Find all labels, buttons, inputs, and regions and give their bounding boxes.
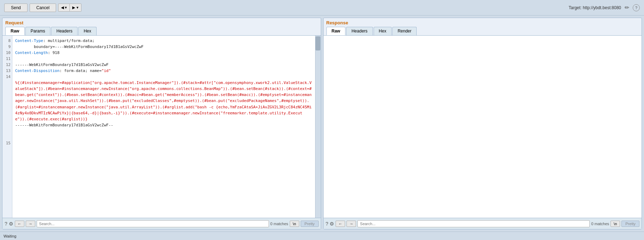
- next-button[interactable]: ▶ ▾: [70, 4, 81, 12]
- edit-icon[interactable]: ✏: [624, 4, 630, 12]
- response-help-icon[interactable]: ?: [326, 221, 329, 227]
- request-matches: 0 matches: [270, 222, 288, 226]
- request-gear-icon[interactable]: ⚙: [9, 221, 13, 227]
- tab-headers-response[interactable]: Headers: [346, 27, 373, 35]
- prev-button[interactable]: ◀ ▾: [58, 4, 70, 12]
- nav-group: ◀ ▾ ▶ ▾: [58, 4, 81, 12]
- send-button[interactable]: Send: [4, 4, 27, 12]
- request-line-numbers: 89101112131415: [2, 36, 12, 218]
- response-search-prev[interactable]: ←: [336, 221, 345, 227]
- request-content-area: 89101112131415 Content-Type: multipart/f…: [2, 36, 321, 218]
- response-content-area: [324, 36, 642, 218]
- response-search-next[interactable]: →: [346, 221, 356, 227]
- request-scrollbar[interactable]: [315, 36, 321, 218]
- request-code[interactable]: Content-Type: multipart/form-data; bound…: [12, 36, 315, 218]
- request-tabs: Raw Params Headers Hex: [2, 27, 321, 36]
- response-search-input[interactable]: [357, 220, 590, 227]
- target-info: Target: http://ybdt.best:8080 ✏ ?: [569, 4, 640, 12]
- tab-raw-request[interactable]: Raw: [5, 27, 25, 35]
- target-label: Target: http://ybdt.best:8080: [569, 5, 621, 10]
- response-matches: 0 matches: [591, 222, 609, 226]
- response-pretty-btn[interactable]: Pretty: [621, 221, 639, 227]
- response-title: Response: [324, 18, 642, 27]
- request-pretty-btn[interactable]: Pretty: [301, 221, 319, 227]
- request-search-input[interactable]: [37, 220, 269, 227]
- request-title: Request: [2, 18, 321, 27]
- response-empty: [324, 36, 642, 218]
- request-search-next[interactable]: →: [26, 221, 35, 227]
- help-icon[interactable]: ?: [633, 4, 640, 11]
- request-search-prev[interactable]: ←: [15, 221, 24, 227]
- response-tabs: Raw Headers Hex Render: [324, 27, 642, 36]
- tab-raw-response[interactable]: Raw: [326, 27, 346, 35]
- cancel-button[interactable]: Cancel: [30, 4, 56, 12]
- response-search-bar: ? ⚙ ← → 0 matches \n Pretty: [324, 218, 642, 229]
- response-panel: Response Raw Headers Hex Render ? ⚙ ← → …: [323, 18, 642, 229]
- tab-hex-response[interactable]: Hex: [374, 27, 392, 35]
- tab-headers-request[interactable]: Headers: [51, 27, 78, 35]
- request-scrollbar-thumb: [315, 36, 320, 50]
- tab-render-response[interactable]: Render: [392, 27, 417, 35]
- request-panel: Request Raw Params Headers Hex 891011121…: [2, 18, 321, 229]
- top-bar: Send Cancel ◀ ▾ ▶ ▾ Target: http://ybdt.…: [0, 0, 644, 16]
- request-newline-btn[interactable]: \n: [290, 221, 299, 227]
- request-help-icon[interactable]: ?: [5, 221, 7, 227]
- status-bar: Waiting: [0, 232, 644, 240]
- tab-hex-request[interactable]: Hex: [78, 27, 96, 35]
- request-search-bar: ? ⚙ ← → 0 matches \n Pretty: [2, 218, 321, 229]
- status-text: Waiting: [4, 234, 16, 238]
- response-gear-icon[interactable]: ⚙: [330, 221, 334, 227]
- tab-params-request[interactable]: Params: [25, 27, 50, 35]
- main-area: Request Raw Params Headers Hex 891011121…: [0, 16, 644, 232]
- response-newline-btn[interactable]: \n: [611, 221, 620, 227]
